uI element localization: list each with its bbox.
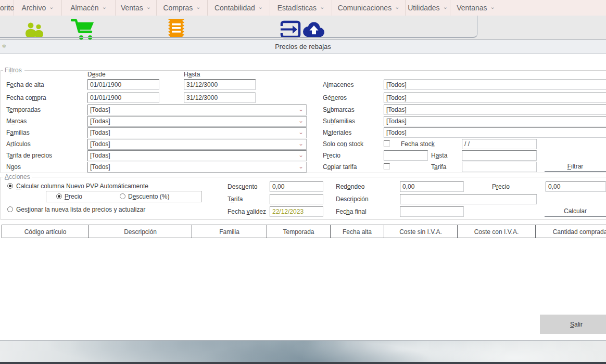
almacenes-select[interactable]: [Todos] bbox=[384, 80, 606, 90]
fecha-alta-desde-field[interactable]: 01/01/1900 bbox=[87, 80, 159, 90]
submarcas-select[interactable]: [Todas] bbox=[384, 105, 606, 115]
tarifa-accion-field[interactable] bbox=[270, 194, 323, 204]
chevron-down-icon[interactable]: ⌄ bbox=[298, 117, 304, 124]
tarifa-filter-field[interactable] bbox=[462, 162, 537, 172]
ngos-select[interactable]: [Todos]⌄ bbox=[87, 162, 307, 173]
fecha-compra-desde-field[interactable]: 01/01/1900 bbox=[87, 93, 159, 103]
fecha-alta-hasta-field[interactable]: 31/12/3000 bbox=[184, 80, 256, 90]
familias-select[interactable]: [Todas]⌄ bbox=[87, 127, 307, 138]
application-window: orito Archivo⌄ Almacén⌄ Ventas⌄ Compras⌄… bbox=[0, 0, 606, 364]
precio-filter-label: Precio bbox=[323, 152, 340, 159]
menu-item-compras[interactable]: Compras⌄ bbox=[157, 0, 208, 16]
submarcas-label: Submarcas bbox=[323, 106, 355, 113]
grid-header-familia[interactable]: Familia bbox=[192, 225, 267, 238]
precio-radio[interactable] bbox=[56, 193, 62, 199]
chevron-down-icon[interactable]: ⌄ bbox=[298, 163, 304, 170]
generos-select[interactable]: [Todos] bbox=[384, 93, 606, 103]
chevron-down-icon: ⌄ bbox=[146, 4, 151, 10]
descuento-label: Descuento bbox=[228, 183, 257, 190]
menu-item-estadisticas[interactable]: Estadísticas⌄ bbox=[270, 0, 332, 16]
chevron-down-icon: ⌄ bbox=[196, 4, 200, 10]
solo-con-stock-label: Solo con stock bbox=[323, 140, 363, 148]
chevron-down-icon: ⌄ bbox=[443, 4, 448, 10]
grid-header-coste-con-iva[interactable]: Coste con I.V.A. bbox=[457, 225, 536, 238]
grid-header-coste-sin-iva[interactable]: Coste sin I.V.A. bbox=[384, 225, 458, 238]
articulos-label: Artículos bbox=[6, 140, 31, 148]
precio-accion-field[interactable]: 0,00 bbox=[546, 181, 606, 192]
marcas-label: Marcas bbox=[6, 118, 27, 125]
chevron-down-icon[interactable]: ⌄ bbox=[298, 140, 304, 147]
temporadas-select[interactable]: [Todas]⌄ bbox=[87, 105, 307, 115]
temporadas-label: Temporadas bbox=[6, 106, 41, 113]
menu-item-ventas[interactable]: Ventas⌄ bbox=[116, 0, 157, 16]
menu-item-ventanas[interactable]: Ventanas⌄ bbox=[450, 0, 501, 16]
solo-con-stock-checkbox[interactable] bbox=[384, 140, 390, 147]
column-header-hasta: Hasta bbox=[184, 71, 256, 80]
chevron-down-icon: ⌄ bbox=[102, 4, 107, 10]
filtrar-button[interactable]: Filtrar bbox=[545, 159, 606, 172]
grid-header-descripcion[interactable]: Descripción bbox=[89, 225, 192, 238]
fecha-final-label: Fecha final bbox=[336, 208, 367, 215]
menu-item-utilidades[interactable]: Utilidades⌄ bbox=[406, 0, 450, 16]
fecha-stock-label: Fecha stock bbox=[401, 140, 435, 148]
grid-header-codigo-articulo[interactable]: Código artículo bbox=[2, 225, 89, 238]
materiales-select[interactable]: [Todos] bbox=[384, 127, 606, 138]
toolbar-tab-edge bbox=[0, 16, 478, 38]
menu-item-comunicaciones[interactable]: Comunicaciones⌄ bbox=[332, 0, 406, 16]
precio-radio-label: Precio bbox=[65, 193, 82, 200]
grid-header-fecha-alta[interactable]: Fecha alta bbox=[330, 225, 384, 238]
precio-hasta-label: Hasta bbox=[431, 152, 447, 159]
fecha-final-field[interactable] bbox=[400, 206, 464, 217]
redondeo-label: Redondeo bbox=[336, 183, 364, 190]
menu-item-contabilidad[interactable]: Contabilidad⌄ bbox=[208, 0, 270, 16]
copiar-tarifa-checkbox[interactable] bbox=[384, 163, 390, 170]
fecha-compra-label: Fecha compra bbox=[6, 94, 46, 101]
descuento-radio-label: Descuento (%) bbox=[128, 193, 169, 200]
calcular-button[interactable]: Calcular bbox=[545, 204, 606, 217]
tarifa-precios-select[interactable]: [Todas]⌄ bbox=[87, 150, 307, 161]
fecha-validez-field[interactable]: 22/12/2023 bbox=[270, 206, 323, 217]
fecha-compra-hasta-field[interactable]: 31/12/3000 bbox=[184, 93, 256, 103]
chevron-down-icon: ⌄ bbox=[258, 4, 263, 10]
copiar-tarifa-label: Copiar tarifa bbox=[323, 163, 357, 171]
acciones-legend: Acciones bbox=[3, 173, 32, 180]
chevron-down-icon[interactable]: ⌄ bbox=[298, 128, 304, 136]
grid-header-cantidad-comprada[interactable]: Cantidad comprada bbox=[535, 225, 606, 238]
menu-item-archivo[interactable]: Archivo⌄ bbox=[14, 0, 62, 16]
menu-item-favorito[interactable]: orito bbox=[0, 0, 14, 16]
redondeo-field[interactable]: 0,00 bbox=[400, 181, 464, 192]
precio-filter-field[interactable] bbox=[384, 150, 428, 161]
descripcion-label: Descripción bbox=[336, 196, 369, 203]
precio-hasta-field[interactable] bbox=[462, 150, 537, 161]
grid-body bbox=[2, 238, 606, 306]
column-header-desde: Desde bbox=[87, 71, 159, 80]
menu-bar: orito Archivo⌄ Almacén⌄ Ventas⌄ Compras⌄… bbox=[0, 0, 606, 16]
descuento-radio[interactable] bbox=[120, 193, 125, 199]
menu-item-almacen[interactable]: Almacén⌄ bbox=[62, 0, 116, 16]
tarifa-filter-label: Tarifa bbox=[431, 163, 446, 171]
descuento-field[interactable]: 0,00 bbox=[270, 181, 323, 192]
marcas-select[interactable]: [Todas]⌄ bbox=[87, 116, 307, 127]
fecha-validez-label: Fecha validez bbox=[228, 208, 266, 215]
grid-header-temporada[interactable]: Temporada bbox=[267, 225, 331, 238]
calcular-pvp-radio[interactable] bbox=[7, 183, 13, 189]
page-title: Precios de rebajas bbox=[0, 43, 606, 50]
articulos-select[interactable]: [Todos]⌄ bbox=[87, 139, 307, 150]
fecha-alta-label: Fecha de alta bbox=[6, 81, 44, 88]
ngos-label: Ngos bbox=[6, 163, 21, 171]
subfamilias-select[interactable]: [Todas] bbox=[384, 116, 606, 126]
chevron-down-icon: ⌄ bbox=[490, 4, 495, 10]
tarifa-precios-label: Tarifa de precios bbox=[6, 152, 52, 159]
chevron-down-icon[interactable]: ⌄ bbox=[298, 106, 304, 113]
taskbar-edge bbox=[0, 362, 606, 364]
precio-accion-label: Precio bbox=[492, 183, 510, 190]
chevron-down-icon[interactable]: ⌄ bbox=[298, 151, 304, 159]
gestionar-radio[interactable] bbox=[7, 206, 13, 212]
calcular-pvp-label: Calcular columna Nuevo PVP Automáticamen… bbox=[16, 183, 148, 190]
fecha-stock-field[interactable]: / / bbox=[462, 139, 537, 149]
window-titlebar: ✻ Precios de rebajas bbox=[0, 40, 606, 54]
generos-label: Géneros bbox=[323, 94, 347, 101]
chevron-down-icon: ⌄ bbox=[49, 4, 54, 10]
descripcion-field[interactable] bbox=[400, 194, 537, 204]
salir-button[interactable]: Salir bbox=[540, 315, 606, 334]
